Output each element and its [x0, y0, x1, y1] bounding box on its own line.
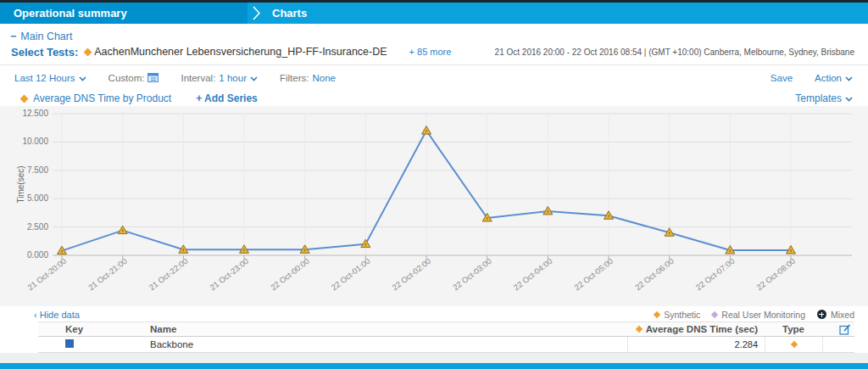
filters-control[interactable]: Filters: None: [280, 73, 336, 83]
breadcrumb-separator-icon: [253, 3, 260, 24]
rum-diamond-icon: [711, 310, 718, 317]
filters-value: None: [312, 73, 336, 83]
more-tests-link[interactable]: + 85 more: [409, 47, 452, 57]
svg-text:22 Oct-04:00: 22 Oct-04:00: [512, 256, 554, 292]
chevron-down-icon: [845, 73, 853, 83]
svg-text:21 Oct-21:00: 21 Oct-21:00: [86, 256, 129, 292]
svg-text:22 Oct-05:00: 22 Oct-05:00: [572, 256, 615, 292]
row-key-cell: [38, 339, 138, 349]
add-series-button[interactable]: + Add Series: [196, 92, 258, 104]
svg-text:21 Oct-20:00: 21 Oct-20:00: [25, 256, 68, 292]
series-row: Average DNS Time by Product + Add Series…: [0, 86, 868, 106]
chevron-down-icon: [250, 73, 258, 83]
series-key-swatch[interactable]: [65, 339, 74, 348]
hide-data-row: ‹ Hide data Synthetic Real User Monitori…: [0, 306, 868, 321]
save-button[interactable]: Save: [771, 73, 793, 83]
svg-text:22 Oct-07:00: 22 Oct-07:00: [694, 256, 737, 292]
edit-columns-icon[interactable]: [822, 324, 854, 335]
filters-label: Filters:: [280, 73, 309, 83]
table-header-row: Key Name Average DNS Time (sec) Type: [38, 321, 854, 337]
mixed-circle-plus-icon: [817, 310, 826, 319]
breadcrumb-operational-summary[interactable]: Operational summary: [0, 3, 248, 24]
collapse-icon[interactable]: −: [10, 31, 16, 42]
svg-text:22 Oct-02:00: 22 Oct-02:00: [390, 256, 432, 292]
charts-page: Operational summary Charts − Main Chart …: [0, 0, 868, 369]
col-header-value: Average DNS Time (sec): [627, 324, 765, 334]
svg-text:22 Oct-03:00: 22 Oct-03:00: [451, 256, 493, 292]
row-type-cell: [765, 337, 822, 352]
col-header-name: Name: [138, 324, 627, 334]
synthetic-diamond-icon: [635, 326, 642, 333]
line-chart[interactable]: 0.0002.5005.0007.50010.00012.50021 Oct-2…: [0, 106, 868, 306]
calendar-icon[interactable]: [147, 72, 159, 84]
legend-item-rum: Real User Monitoring: [712, 310, 805, 320]
svg-text:22 Oct-01:00: 22 Oct-01:00: [330, 256, 372, 292]
svg-text:22 Oct-00:00: 22 Oct-00:00: [269, 256, 311, 292]
synthetic-diamond-icon: [654, 310, 660, 317]
interval-label: Interval:: [181, 73, 215, 83]
breadcrumb-secondary-label: Charts: [272, 7, 307, 20]
time-preset-dropdown[interactable]: Last 12 Hours: [14, 73, 86, 83]
svg-text:21 Oct-22:00: 21 Oct-22:00: [147, 256, 190, 292]
svg-text:0.000: 0.000: [27, 250, 48, 260]
hide-data-link[interactable]: ‹ Hide data: [34, 310, 80, 320]
svg-text:10.000: 10.000: [22, 137, 48, 146]
templates-dropdown[interactable]: Templates: [795, 92, 853, 104]
svg-text:12.500: 12.500: [22, 109, 48, 118]
svg-text:5.000: 5.000: [27, 193, 48, 203]
custom-date-control[interactable]: Custom:: [108, 72, 159, 84]
svg-text:22 Oct-08:00: 22 Oct-08:00: [754, 256, 797, 292]
svg-text:21 Oct-23:00: 21 Oct-23:00: [208, 256, 250, 292]
breadcrumb-charts[interactable]: Charts: [272, 3, 307, 24]
main-chart-link[interactable]: Main Chart: [20, 31, 72, 42]
select-tests-row: Select Tests: AachenMunchener Lebensvers…: [0, 42, 868, 59]
templates-label: Templates: [795, 92, 842, 104]
chevron-down-icon: [845, 92, 853, 104]
action-dropdown[interactable]: Action: [815, 73, 853, 83]
col-header-key: Key: [38, 324, 138, 334]
time-range-label: 21 Oct 2016 20:00 - 22 Oct 2016 08:54 | …: [495, 48, 854, 57]
main-chart-row: − Main Chart: [0, 24, 868, 42]
svg-text:7.500: 7.500: [27, 165, 48, 175]
chevron-left-icon: ‹: [34, 310, 37, 320]
synthetic-diamond-icon: [790, 341, 797, 348]
custom-label: Custom:: [108, 73, 145, 83]
breadcrumb: Operational summary Charts: [0, 3, 868, 24]
bottom-blue-bar: [0, 363, 868, 369]
col-header-type: Type: [765, 324, 822, 334]
synthetic-diamond-icon: [84, 48, 92, 56]
svg-text:Time(sec): Time(sec): [16, 165, 25, 203]
legend-item-synthetic: Synthetic: [654, 310, 700, 320]
svg-text:2.500: 2.500: [27, 222, 48, 232]
chart-canvas[interactable]: 0.0002.5005.0007.50010.00012.50021 Oct-2…: [0, 106, 868, 306]
selected-test-name[interactable]: AachenMunchener Lebensversicherung_HP-FF…: [94, 46, 387, 58]
series-data-table: Key Name Average DNS Time (sec) Type Bac…: [38, 321, 854, 353]
row-name-cell: Backbone: [138, 339, 627, 349]
series-diamond-icon: [20, 94, 29, 103]
breadcrumb-primary-label: Operational summary: [14, 7, 127, 20]
interval-dropdown[interactable]: Interval: 1 hour: [181, 73, 258, 83]
controls-row: Last 12 Hours Custom: Interval: 1 hour F…: [0, 65, 868, 86]
table-row[interactable]: Backbone 2.284: [38, 337, 854, 353]
time-preset-value: Last 12 Hours: [14, 73, 75, 83]
svg-text:22 Oct-06:00: 22 Oct-06:00: [633, 256, 676, 292]
interval-value: 1 hour: [219, 73, 247, 83]
series-title-link[interactable]: Average DNS Time by Product: [33, 92, 171, 104]
chevron-down-icon: [79, 73, 86, 83]
action-label: Action: [815, 73, 842, 83]
chart-legend: Synthetic Real User Monitoring Mixed: [654, 310, 854, 320]
legend-item-mixed: Mixed: [817, 310, 854, 320]
select-tests-label: Select Tests:: [11, 46, 78, 59]
row-value-cell: 2.284: [627, 337, 765, 352]
